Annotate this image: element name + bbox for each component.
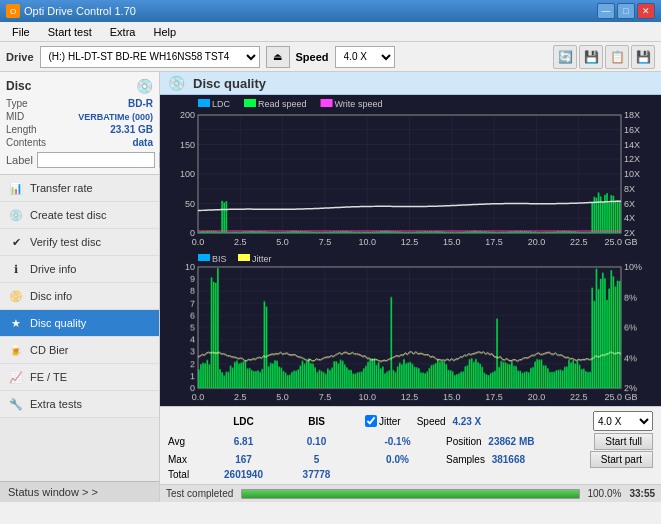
disc-type-label: Type	[6, 98, 28, 109]
stats-area: LDC BIS Jitter Speed 4.23 X 4.0 X	[160, 406, 661, 484]
sidebar-label-cd-bier: CD Bier	[30, 344, 69, 356]
stats-position-label: Position	[446, 436, 482, 447]
progress-percent: 100.0%	[588, 488, 622, 499]
content-title: Disc quality	[193, 76, 266, 91]
progress-bar-fill	[242, 490, 578, 498]
content-header: 💿 Disc quality	[160, 72, 661, 95]
sidebar-item-extra-tests[interactable]: 🔧 Extra tests	[0, 391, 159, 418]
toolbar-icon-1[interactable]: 🔄	[553, 45, 577, 69]
stats-jitter-header: Jitter	[379, 416, 401, 427]
stats-max-bis: 5	[284, 454, 349, 465]
status-window-button[interactable]: Status window > >	[0, 481, 159, 502]
status-text: Test completed	[166, 488, 233, 499]
progress-time: 33:55	[629, 488, 655, 499]
fe-te-icon: 📈	[8, 369, 24, 385]
transfer-rate-icon: 📊	[8, 180, 24, 196]
disc-icon: 💿	[136, 78, 153, 94]
sidebar-item-create-test-disc[interactable]: 💿 Create test disc	[0, 202, 159, 229]
stats-avg-jitter: -0.1%	[365, 436, 430, 447]
stats-avg-label: Avg	[168, 436, 203, 447]
sidebar-label-fe-te: FE / TE	[30, 371, 67, 383]
maximize-button[interactable]: □	[617, 3, 635, 19]
disc-quality-icon: ★	[8, 315, 24, 331]
minimize-button[interactable]: —	[597, 3, 615, 19]
stats-total-label: Total	[168, 469, 203, 480]
create-test-disc-icon: 💿	[8, 207, 24, 223]
cd-bier-icon: 🍺	[8, 342, 24, 358]
sidebar-item-disc-info[interactable]: 📀 Disc info	[0, 283, 159, 310]
drive-select[interactable]: (H:) HL-DT-ST BD-RE WH16NS58 TST4	[40, 46, 260, 68]
extra-tests-icon: 🔧	[8, 396, 24, 412]
sidebar-label-drive-info: Drive info	[30, 263, 76, 275]
stats-max-jitter: 0.0%	[365, 454, 430, 465]
disc-info-icon: 📀	[8, 288, 24, 304]
stats-speed-select[interactable]: 4.0 X	[593, 411, 653, 431]
stats-total-bis: 37778	[284, 469, 349, 480]
disc-contents-value: data	[132, 137, 153, 148]
close-button[interactable]: ✕	[637, 3, 655, 19]
drive-bar: Drive (H:) HL-DT-ST BD-RE WH16NS58 TST4 …	[0, 42, 661, 72]
menu-bar: File Start test Extra Help	[0, 22, 661, 42]
chart1-canvas	[160, 95, 661, 251]
title-bar: O Opti Drive Control 1.70 — □ ✕	[0, 0, 661, 22]
sidebar-label-verify-test-disc: Verify test disc	[30, 236, 101, 248]
disc-section: Disc 💿 Type BD-R MID VERBATIMe (000) Len…	[0, 72, 159, 175]
sidebar-item-transfer-rate[interactable]: 📊 Transfer rate	[0, 175, 159, 202]
stats-max-ldc: 167	[211, 454, 276, 465]
stats-speed-header-label: Speed	[417, 416, 446, 427]
stats-total-ldc: 2601940	[211, 469, 276, 480]
stats-samples-value: 381668	[492, 454, 525, 465]
jitter-checkbox[interactable]	[365, 415, 377, 427]
main-area: Disc 💿 Type BD-R MID VERBATIMe (000) Len…	[0, 72, 661, 502]
sidebar-item-disc-quality[interactable]: ★ Disc quality	[0, 310, 159, 337]
sidebar-item-verify-test-disc[interactable]: ✔ Verify test disc	[0, 229, 159, 256]
speed-label: Speed	[296, 51, 329, 63]
stats-speed-header-val: 4.23 X	[452, 416, 481, 427]
menu-help[interactable]: Help	[145, 24, 184, 40]
menu-start-test[interactable]: Start test	[40, 24, 100, 40]
speed-select[interactable]: 4.0 X	[335, 46, 395, 68]
disc-length-value: 23.31 GB	[110, 124, 153, 135]
content-area: 💿 Disc quality LDC BIS Jitter	[160, 72, 661, 502]
sidebar-label-disc-quality: Disc quality	[30, 317, 86, 329]
drive-label: Drive	[6, 51, 34, 63]
menu-file[interactable]: File	[4, 24, 38, 40]
chart2-wrap	[160, 251, 661, 407]
disc-type-value: BD-R	[128, 98, 153, 109]
sidebar-label-extra-tests: Extra tests	[30, 398, 82, 410]
disc-label-label: Label	[6, 154, 33, 166]
disc-title: Disc	[6, 79, 31, 93]
toolbar-icon-2[interactable]: 💾	[579, 45, 603, 69]
disc-length-label: Length	[6, 124, 37, 135]
progress-bar-container	[241, 489, 579, 499]
menu-extra[interactable]: Extra	[102, 24, 144, 40]
app-icon: O	[6, 4, 20, 18]
toolbar-icon-4[interactable]: 💾	[631, 45, 655, 69]
stats-position-value: 23862 MB	[488, 436, 534, 447]
stats-avg-ldc: 6.81	[211, 436, 276, 447]
disc-mid-value: VERBATIMe (000)	[78, 112, 153, 122]
sidebar-label-disc-info: Disc info	[30, 290, 72, 302]
stats-bis-header: BIS	[284, 416, 349, 427]
toolbar-icon-3[interactable]: 📋	[605, 45, 629, 69]
eject-button[interactable]: ⏏	[266, 46, 290, 68]
progress-area: Test completed 100.0% 33:55	[160, 484, 661, 502]
content-disc-quality-icon: 💿	[168, 75, 185, 91]
start-full-button[interactable]: Start full	[594, 433, 653, 450]
charts-wrapper	[160, 95, 661, 406]
disc-label-input[interactable]	[37, 152, 155, 168]
sidebar: Disc 💿 Type BD-R MID VERBATIMe (000) Len…	[0, 72, 160, 502]
start-part-button[interactable]: Start part	[590, 451, 653, 468]
disc-contents-label: Contents	[6, 137, 46, 148]
stats-avg-bis: 0.10	[284, 436, 349, 447]
chart2-canvas	[160, 251, 661, 407]
sidebar-label-create-test-disc: Create test disc	[30, 209, 106, 221]
drive-info-icon: ℹ	[8, 261, 24, 277]
stats-max-label: Max	[168, 454, 203, 465]
stats-samples-label: Samples	[446, 454, 485, 465]
sidebar-item-drive-info[interactable]: ℹ Drive info	[0, 256, 159, 283]
sidebar-item-cd-bier[interactable]: 🍺 CD Bier	[0, 337, 159, 364]
verify-test-disc-icon: ✔	[8, 234, 24, 250]
sidebar-item-fe-te[interactable]: 📈 FE / TE	[0, 364, 159, 391]
window-title: Opti Drive Control 1.70	[24, 5, 136, 17]
